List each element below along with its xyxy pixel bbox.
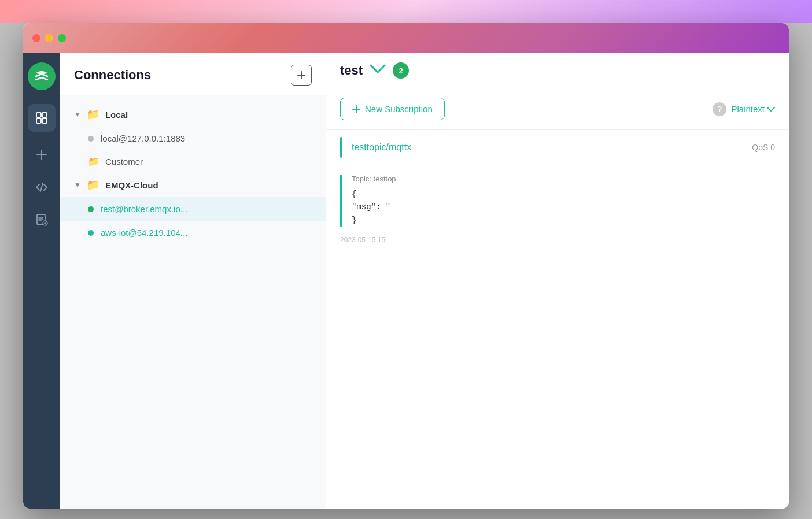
sidebar-icon-add[interactable] bbox=[28, 141, 56, 169]
help-icon[interactable]: ? bbox=[713, 102, 726, 116]
app-window: Connections ▼ 📁 Local bbox=[23, 23, 789, 509]
local-group-name: Local bbox=[105, 110, 128, 120]
add-connection-button[interactable] bbox=[291, 65, 312, 86]
local-folder-icon: 📁 bbox=[87, 108, 99, 121]
emqx1-status-dot bbox=[88, 206, 94, 212]
main-toolbar: New Subscription ? Plaintext bbox=[326, 88, 789, 130]
customer-folder-icon: 📁 bbox=[88, 156, 99, 167]
connection-aws-1[interactable]: aws-iot@54.219.104... bbox=[60, 221, 326, 244]
message-body: { "msg": " } bbox=[352, 188, 775, 227]
local-connection-name: local@127.0.0.1:1883 bbox=[101, 134, 185, 143]
connection-emqx-1[interactable]: test@broker.emqx.io... bbox=[60, 197, 326, 221]
connection-local-1[interactable]: local@127.0.0.1:1883 bbox=[60, 127, 326, 150]
message-line-1: { bbox=[352, 188, 775, 201]
customer-folder[interactable]: 📁 Customer bbox=[60, 150, 326, 173]
app-logo[interactable] bbox=[28, 62, 56, 90]
titlebar bbox=[23, 23, 789, 53]
message-line-2: "msg": " bbox=[352, 201, 775, 213]
subscription-row[interactable]: testtopic/mqttx QoS 0 bbox=[326, 130, 789, 165]
main-header: test 2 bbox=[326, 53, 789, 88]
maximize-button[interactable] bbox=[58, 34, 66, 42]
connections-list: ▼ 📁 Local local@127.0.0.1:1883 📁 Custome… bbox=[60, 95, 326, 509]
new-subscription-button[interactable]: New Subscription bbox=[340, 98, 445, 120]
connections-panel: Connections ▼ 📁 Local bbox=[60, 53, 326, 509]
message-count-badge: 2 bbox=[393, 62, 409, 79]
minimize-button[interactable] bbox=[45, 34, 53, 42]
toolbar-right: ? Plaintext bbox=[713, 102, 775, 116]
aws-status-dot bbox=[88, 230, 94, 236]
main-topic-name: test bbox=[340, 63, 363, 78]
emqx-arrow-icon: ▼ bbox=[74, 181, 81, 189]
customer-folder-name: Customer bbox=[105, 157, 143, 166]
sidebar-icon-connections[interactable] bbox=[28, 104, 56, 132]
group-local[interactable]: ▼ 📁 Local bbox=[60, 102, 326, 127]
new-subscription-label: New Subscription bbox=[365, 104, 433, 114]
main-area: test 2 New Subscription bbox=[326, 53, 789, 509]
main-content: Connections ▼ 📁 Local bbox=[23, 53, 789, 509]
message-topic-header: Topic: testtop bbox=[352, 175, 775, 183]
message-timestamp: 2023-05-15 15 bbox=[326, 236, 789, 253]
local-arrow-icon: ▼ bbox=[74, 110, 81, 118]
sidebar-icon-script[interactable] bbox=[28, 173, 56, 201]
sidebar-icon-log[interactable] bbox=[28, 206, 56, 233]
emqx-folder-icon: 📁 bbox=[87, 179, 99, 191]
icon-sidebar bbox=[23, 53, 60, 509]
plaintext-dropdown[interactable]: Plaintext bbox=[731, 104, 775, 114]
close-button[interactable] bbox=[32, 34, 40, 42]
local-status-dot bbox=[88, 136, 94, 142]
connections-header: Connections bbox=[60, 53, 326, 95]
svg-rect-2 bbox=[36, 118, 41, 123]
group-emqx-cloud[interactable]: ▼ 📁 EMQX-Cloud bbox=[60, 173, 326, 197]
plaintext-label: Plaintext bbox=[731, 104, 765, 114]
topic-chevron-icon[interactable] bbox=[370, 63, 386, 78]
svg-rect-0 bbox=[36, 113, 41, 117]
subscription-indicator bbox=[340, 137, 342, 158]
svg-rect-3 bbox=[42, 118, 47, 123]
connections-title: Connections bbox=[74, 68, 151, 83]
traffic-lights bbox=[32, 34, 66, 42]
subscription-topic: testtopic/mqttx bbox=[352, 142, 743, 153]
emqx1-connection-name: test@broker.emqx.io... bbox=[101, 204, 187, 214]
svg-line-6 bbox=[40, 183, 43, 191]
message-area: Topic: testtop { "msg": " } 2023-05-15 1… bbox=[326, 165, 789, 509]
message-card: Topic: testtop { "msg": " } bbox=[340, 175, 775, 227]
subscription-qos: QoS 0 bbox=[752, 143, 775, 152]
svg-rect-1 bbox=[42, 113, 47, 117]
aws-connection-name: aws-iot@54.219.104... bbox=[101, 228, 187, 238]
emqx-group-name: EMQX-Cloud bbox=[105, 180, 158, 190]
message-line-3: } bbox=[352, 214, 775, 227]
